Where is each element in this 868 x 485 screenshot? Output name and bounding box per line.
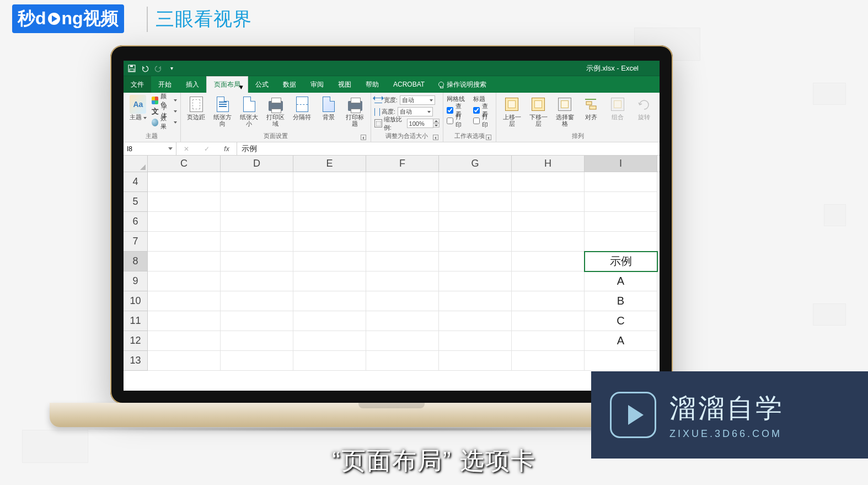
cell[interactable] (293, 331, 366, 351)
cell[interactable] (439, 212, 512, 232)
cell[interactable] (512, 351, 585, 371)
row-header[interactable]: 7 (124, 232, 148, 252)
row-header[interactable]: 4 (124, 172, 148, 192)
cell[interactable] (439, 351, 512, 371)
theme-effects-button[interactable]: 效果 (152, 117, 177, 127)
cancel-formula-icon[interactable]: ✕ (184, 145, 189, 153)
dialog-launcher-icon[interactable] (486, 135, 491, 140)
row-header[interactable]: 5 (124, 192, 148, 212)
cell[interactable] (148, 271, 221, 291)
cell[interactable] (512, 252, 585, 271)
cell[interactable] (221, 291, 293, 311)
cell[interactable] (148, 232, 221, 252)
tell-me-search[interactable]: 操作说明搜索 (432, 76, 493, 93)
background-button[interactable]: 背景 (317, 95, 341, 121)
cell[interactable] (366, 172, 439, 192)
cell[interactable] (148, 212, 221, 232)
cell[interactable] (221, 311, 293, 331)
cell[interactable] (585, 351, 657, 371)
gridlines-print-checkbox[interactable]: 打印 (447, 116, 466, 125)
cell[interactable] (366, 252, 439, 271)
cell[interactable] (293, 232, 366, 252)
print-area-button[interactable]: 打印区域 (264, 95, 288, 128)
name-box[interactable]: I8 (124, 142, 176, 155)
scale-spinner[interactable] (433, 119, 440, 128)
cell[interactable] (439, 311, 512, 331)
row-header[interactable]: 9 (124, 271, 148, 291)
cell[interactable] (148, 252, 221, 271)
cell[interactable] (439, 172, 512, 192)
cell[interactable] (512, 192, 585, 212)
cell[interactable]: B (585, 291, 657, 311)
cell[interactable] (439, 271, 512, 291)
cell[interactable] (221, 192, 293, 212)
column-header[interactable]: C (148, 156, 221, 172)
row-header[interactable]: 13 (124, 351, 148, 371)
formula-input[interactable]: 示例 (237, 142, 660, 155)
cell[interactable] (512, 172, 585, 192)
select-all-corner[interactable] (124, 156, 148, 172)
cell[interactable] (366, 192, 439, 212)
cell[interactable] (512, 271, 585, 291)
group-button[interactable]: 组合 (606, 95, 630, 121)
cell[interactable] (439, 252, 512, 271)
cell[interactable] (221, 351, 293, 371)
send-backward-button[interactable]: 下移一层 (526, 95, 550, 128)
cell[interactable] (148, 291, 221, 311)
cell[interactable] (585, 212, 657, 232)
cell[interactable] (585, 172, 657, 192)
cell[interactable] (512, 232, 585, 252)
enter-formula-icon[interactable]: ✓ (204, 145, 210, 153)
print-titles-button[interactable]: 打印标题 (343, 95, 367, 128)
cell[interactable] (439, 331, 512, 351)
cell[interactable] (512, 291, 585, 311)
margins-button[interactable]: 页边距 (184, 95, 208, 121)
cell[interactable] (366, 331, 439, 351)
tab-home[interactable]: 开始 (151, 76, 179, 93)
dialog-launcher-icon[interactable] (433, 135, 438, 140)
cell[interactable]: A (585, 331, 657, 351)
fx-icon[interactable]: fx (224, 145, 229, 153)
qat-customize-icon[interactable]: ▾ (168, 65, 175, 72)
bring-forward-button[interactable]: 上移一层 (500, 95, 524, 128)
cell[interactable] (221, 271, 293, 291)
column-header[interactable]: F (366, 156, 439, 172)
cell[interactable] (585, 232, 657, 252)
row-header[interactable]: 6 (124, 212, 148, 232)
cell[interactable] (148, 192, 221, 212)
column-header[interactable]: H (512, 156, 585, 172)
cell[interactable] (293, 212, 366, 232)
tab-help[interactable]: 帮助 (358, 76, 386, 93)
column-header[interactable]: I (585, 156, 657, 172)
save-icon[interactable] (128, 65, 136, 72)
tab-file[interactable]: 文件 (124, 76, 151, 93)
cell[interactable]: 示例 (585, 252, 657, 271)
cell[interactable] (585, 192, 657, 212)
cell[interactable] (293, 172, 366, 192)
dialog-launcher-icon[interactable] (361, 135, 366, 140)
cell[interactable]: C (585, 311, 657, 331)
cell[interactable] (293, 351, 366, 371)
scale-input[interactable]: 100% (407, 119, 433, 128)
cell[interactable] (366, 311, 439, 331)
cell[interactable] (221, 212, 293, 232)
redo-icon[interactable] (154, 65, 162, 72)
tab-formulas[interactable]: 公式 (248, 76, 276, 93)
cell[interactable] (293, 291, 366, 311)
tab-acrobat[interactable]: ACROBAT (386, 76, 432, 93)
cell[interactable] (439, 192, 512, 212)
row-header[interactable]: 8 (124, 252, 148, 271)
worksheet-grid[interactable]: CDEFGHI 45678示例9A10B11C12A13 (124, 156, 660, 371)
breaks-button[interactable]: 分隔符 (290, 95, 314, 121)
cell[interactable] (293, 192, 366, 212)
orientation-button[interactable]: 纸张方向 (211, 95, 235, 128)
tab-insert[interactable]: 插入 (179, 76, 206, 93)
cell[interactable] (366, 212, 439, 232)
cell[interactable] (366, 232, 439, 252)
cell[interactable] (148, 351, 221, 371)
cell[interactable] (221, 331, 293, 351)
width-select[interactable]: 自动 (400, 95, 435, 105)
column-header[interactable]: E (293, 156, 366, 172)
row-header[interactable]: 10 (124, 291, 148, 311)
cell[interactable] (221, 232, 293, 252)
